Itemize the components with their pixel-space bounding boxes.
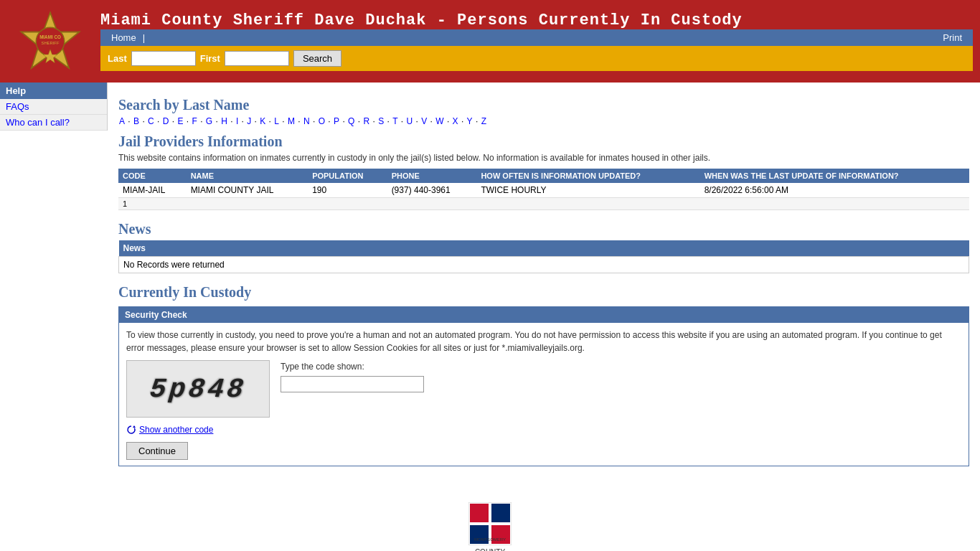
col-code: CODE [118,169,187,183]
last-name-input[interactable] [131,51,196,66]
alpha-link-V[interactable]: V [421,116,427,126]
svg-rect-8 [491,504,510,522]
alpha-link-L[interactable]: L [274,116,279,126]
alpha-link-J[interactable]: J [247,116,251,126]
alpha-link-T[interactable]: T [392,116,397,126]
show-another-link[interactable]: Show another code [139,423,213,436]
alpha-link-N[interactable]: N [303,116,310,126]
montgomery-county-logo: MONTGOMERY [468,502,512,545]
alpha-link-X[interactable]: X [453,116,458,126]
type-code-label: Type the code shown: [281,360,424,373]
alpha-link-I[interactable]: I [236,116,238,126]
faqs-link[interactable]: FAQs [6,101,29,112]
show-another-code[interactable]: Show another code [126,423,961,436]
alpha-link-B[interactable]: B [133,116,139,126]
alpha-link-Q[interactable]: Q [348,116,354,126]
jail-providers-title: Jail Providers Information [118,133,969,150]
footer-logo: MONTGOMERY COUNTY [14,502,966,551]
first-name-input[interactable] [225,51,289,66]
first-label: First [200,53,220,64]
svg-text:MONTGOMERY: MONTGOMERY [474,537,506,542]
alpha-link-S[interactable]: S [378,116,384,126]
col-name: NAME [187,169,308,183]
jail-providers-table: CODE NAME POPULATION PHONE HOW OFTEN IS … [118,169,969,210]
security-check-box: Security Check To view those currently i… [118,306,969,466]
captcha-right: Type the code shown: [281,360,424,392]
security-check-body: To view those currently in custody, you … [119,323,969,466]
custody-section: Currently In Custody Security Check To v… [118,284,969,466]
alpha-link-M[interactable]: M [288,116,295,126]
search-by-last-name-section: Search by Last Name A · B · C · D · E · … [118,97,969,126]
alphabet-row: A · B · C · D · E · F · G · H · I · J · … [118,116,969,126]
captcha-image: 5p848 [126,360,270,418]
news-table-header-row: News [119,240,969,257]
footer: MONTGOMERY COUNTY ©2001- 2022 Board of C… [0,488,980,551]
jail-providers-desc: This website contains information on inm… [118,153,969,163]
who-can-i-call-link[interactable]: Who can I call? [6,117,70,128]
alpha-link-R[interactable]: R [363,116,369,126]
alpha-link-Y[interactable]: Y [467,116,473,126]
alpha-link-F[interactable]: F [192,116,197,126]
header: MIAMI CO SHERIFF Miami County Sheriff Da… [0,0,980,83]
col-last-update: WHEN WAS THE LAST UPDATE OF INFORMATION? [700,169,969,183]
svg-text:SHERIFF: SHERIFF [42,40,60,44]
search-by-last-name-title: Search by Last Name [118,97,969,113]
svg-rect-7 [470,504,489,522]
alpha-link-O[interactable]: O [319,116,325,126]
main-title: Miami County Sheriff Dave Duchak - Perso… [100,11,973,29]
search-bar: Last First Search [100,46,973,71]
col-population: POPULATION [308,169,387,183]
sidebar-item-who-can-i-call[interactable]: Who can I call? [0,115,107,131]
table-row: MIAM-JAILMIAMI COUNTY JAIL190(937) 440-3… [118,183,969,198]
sidebar-item-faqs[interactable]: FAQs [0,99,107,115]
title-area: Miami County Sheriff Dave Duchak - Perso… [93,11,973,71]
news-table-header: News [119,240,969,257]
alpha-link-Z[interactable]: Z [481,116,486,126]
custody-title: Currently In Custody [118,284,969,301]
nav-bar: Home | Print [100,29,973,46]
alpha-link-D[interactable]: D [163,116,169,126]
sidebar: Help FAQs Who can I call? [0,83,108,131]
body-wrap: Help FAQs Who can I call? Search by Last… [0,83,980,474]
security-check-header: Security Check [119,307,969,323]
news-table-body-row: No Records were returned [119,257,969,273]
alpha-link-H[interactable]: H [221,116,227,126]
home-link[interactable]: Home [108,32,140,43]
alpha-link-A[interactable]: A [119,116,125,126]
alpha-link-K[interactable]: K [260,116,265,126]
col-update-freq: HOW OFTEN IS INFORMATION UPDATED? [476,169,699,183]
main-content: Search by Last Name A · B · C · D · E · … [108,83,980,474]
last-label: Last [108,53,127,64]
logo-area: MIAMI CO SHERIFF [7,9,93,74]
sheriff-star-logo: MIAMI CO SHERIFF [18,9,83,74]
sidebar-header: Help [0,83,107,99]
captcha-code: 5p848 [148,369,248,410]
continue-button[interactable]: Continue [126,442,188,460]
col-phone: PHONE [387,169,477,183]
alpha-link-E[interactable]: E [177,116,183,126]
alpha-link-G[interactable]: G [206,116,212,126]
svg-text:MIAMI CO: MIAMI CO [39,34,61,39]
captcha-input[interactable] [281,376,424,392]
security-text: To view those currently in custody, you … [126,329,961,354]
nav-separator: | [143,32,145,43]
news-title: News [118,221,969,237]
refresh-icon [126,425,136,435]
alpha-link-C[interactable]: C [148,116,154,126]
alpha-link-W[interactable]: W [435,116,443,126]
alpha-link-U[interactable]: U [407,116,413,126]
table-footer-row: 1 [118,198,969,210]
captcha-area: 5p848 Type the code shown: [126,360,961,418]
print-link[interactable]: Print [939,32,966,43]
alpha-link-P[interactable]: P [334,116,339,126]
search-button[interactable]: Search [293,50,341,67]
svg-marker-5 [133,425,136,428]
news-no-records: No Records were returned [119,257,969,273]
footer-county-label: COUNTY [475,548,505,551]
jail-providers-section: Jail Providers Information This website … [118,133,969,210]
news-table: News No Records were returned [118,240,969,273]
news-section: News News No Records were returned [118,221,969,273]
